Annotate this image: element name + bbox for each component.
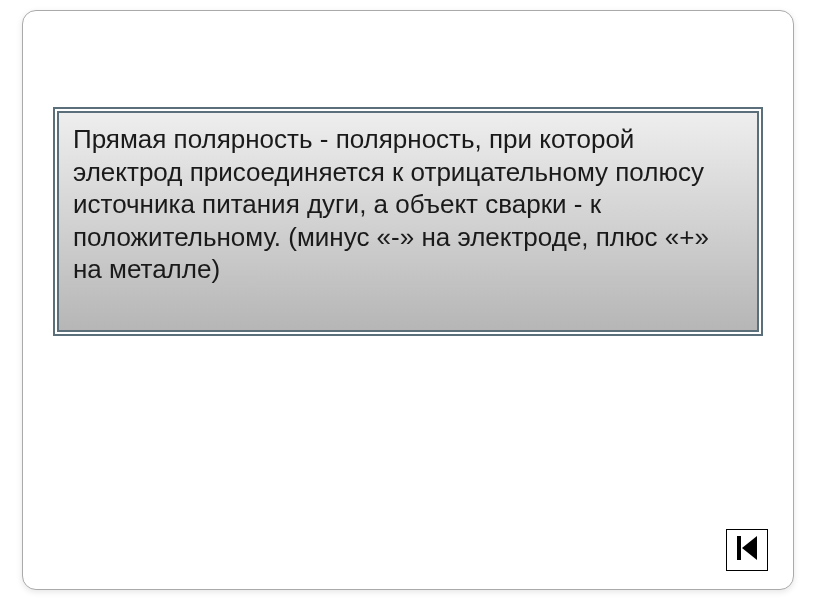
definition-box: Прямая полярность - полярность, при кото… [57, 111, 759, 332]
previous-button[interactable] [726, 529, 768, 571]
previous-skip-icon [735, 533, 759, 567]
definition-text: Прямая полярность - полярность, при кото… [73, 123, 743, 286]
svg-marker-1 [742, 536, 757, 560]
slide-frame: Прямая полярность - полярность, при кото… [22, 10, 794, 590]
svg-rect-0 [737, 536, 741, 560]
